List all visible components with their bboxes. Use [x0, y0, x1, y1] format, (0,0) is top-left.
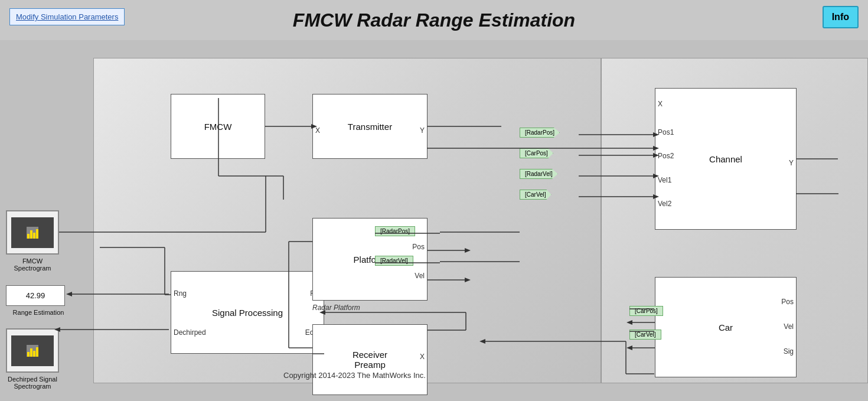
from-radarpos: [RadarPos] [375, 226, 415, 236]
goto-radarvel-ch: [RadarVel] [520, 169, 558, 179]
goto-radarpos: [RadarPos] [520, 128, 560, 138]
car-block[interactable]: Car Pos Vel Sig [655, 277, 797, 377]
diagram: FMCW Transmitter X Y Signal Processing R… [0, 40, 868, 401]
range-display: 42.99 [6, 285, 65, 306]
port-ch-vel1: Vel1 [658, 176, 671, 184]
channel-label-text: Channel [709, 154, 742, 164]
port-receiver-x: X [420, 353, 425, 361]
radar-panel: FMCW Transmitter X Y Signal Processing R… [93, 58, 601, 383]
car-label: Car [719, 322, 733, 332]
signal-processing-label: Signal Processing [212, 308, 283, 318]
port-car-pos: Pos [781, 298, 794, 306]
fmcw-spectrogram-scope[interactable] [6, 210, 59, 255]
port-ch-pos1: Pos1 [658, 128, 674, 136]
svg-marker-9 [465, 278, 471, 282]
copyright-text: Copyright 2014-2023 The MathWorks Inc. [283, 371, 426, 380]
fmcw-spectrogram-label: FMCW Spectrogram [6, 257, 59, 272]
transmitter-label: Transmitter [348, 122, 392, 132]
from-radarvel: [RadarVel] [375, 256, 413, 266]
port-rng: Rng [174, 289, 187, 298]
goto-carpos-ch: [CarPos] [520, 148, 553, 158]
page-title: FMCW Radar Range Estimation [293, 9, 575, 31]
port-dechirped: Dechirped [174, 328, 206, 337]
port-car-vel: Vel [784, 322, 794, 331]
svg-marker-20 [626, 320, 632, 325]
fmcw-block[interactable]: FMCW [171, 94, 265, 159]
transmitter-port-x: X [315, 126, 320, 135]
info-button[interactable]: Info [823, 6, 859, 28]
port-platform-vel: Vel [415, 272, 425, 280]
radar-platform-sublabel: Radar Platform [312, 304, 360, 312]
svg-marker-7 [465, 248, 471, 253]
header: Modify Simulation Parameters FMCW Radar … [0, 0, 868, 40]
svg-marker-46 [66, 292, 72, 296]
port-platform-pos: Pos [412, 243, 425, 251]
receiver-label: Receiver Preamp [353, 350, 387, 370]
dechirped-spectrogram-scope[interactable] [6, 328, 59, 373]
modify-simulation-button[interactable]: Modify Simulation Parameters [9, 8, 125, 25]
port-ch-pos2: Pos2 [658, 152, 674, 160]
range-estimation-label: Range Estimation [6, 309, 71, 316]
port-ch-x: X [658, 100, 663, 108]
goto-carvel-ch: [CarVel] [520, 190, 552, 200]
port-car-sig: Sig [784, 347, 794, 356]
transmitter-port-y: Y [420, 126, 425, 135]
signal-processing-block[interactable]: Signal Processing Rng Dechirped Ref Echo [171, 271, 324, 354]
channel-block[interactable]: Channel X Pos1 Pos2 Vel1 Vel2 Y [655, 88, 797, 230]
receiver-preamp-block[interactable]: Receiver Preamp X [312, 324, 428, 395]
port-ch-vel2: Vel2 [658, 200, 671, 208]
dechirped-spectrogram-label: Dechirped Signal Spectrogram [6, 376, 59, 390]
svg-marker-22 [626, 345, 632, 350]
from-carpos: [CarPos] [629, 306, 663, 316]
from-carvel: [CarVel] [629, 330, 661, 340]
port-ch-out: Y [789, 159, 794, 167]
range-value: 42.99 [26, 291, 45, 300]
fmcw-label: FMCW [204, 122, 232, 132]
transmitter-block[interactable]: Transmitter X Y [312, 94, 428, 159]
